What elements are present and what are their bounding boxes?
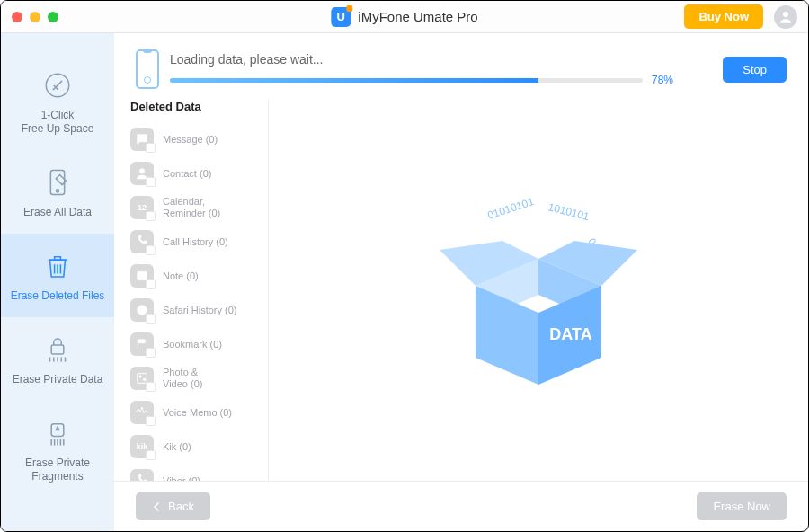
list-item-icon: 12: [130, 196, 154, 219]
trash-icon: [42, 250, 73, 282]
list-item-label: Calendar, Reminder (0): [163, 196, 220, 218]
list-item[interactable]: Voice Memo (0): [130, 395, 259, 430]
list-item[interactable]: Contact (0): [130, 156, 259, 191]
svg-point-23: [138, 306, 147, 315]
traffic-lights: [12, 12, 58, 22]
binary-text: 1010101: [547, 200, 591, 223]
list-item[interactable]: Message (0): [130, 122, 259, 156]
sidebar-item-label: Erase Private Data: [13, 373, 103, 386]
loading-panel: Loading data, please wait... 78% Stop: [114, 33, 808, 100]
svg-rect-9: [51, 345, 64, 354]
list-item-label: Message (0): [163, 134, 218, 146]
buy-now-button[interactable]: Buy Now: [684, 4, 763, 29]
back-arrow-icon: [152, 501, 163, 512]
svg-rect-22: [138, 271, 147, 279]
list-item-icon: [130, 367, 154, 390]
sidebar-item-erase-deleted[interactable]: Erase Deleted Files: [1, 234, 114, 317]
stop-button[interactable]: Stop: [723, 57, 787, 83]
phone-icon: [136, 49, 159, 89]
close-icon[interactable]: [12, 12, 22, 22]
sidebar-item-free-up[interactable]: 1-Click Free Up Space: [1, 53, 114, 150]
list-item-label: Note (0): [163, 270, 199, 282]
list-item-label: Bookmark (0): [163, 339, 222, 350]
list-item-icon: [130, 264, 154, 288]
list-item[interactable]: Photo & Video (0): [130, 361, 259, 395]
list-item[interactable]: Viber (0): [130, 464, 259, 481]
svg-point-24: [139, 376, 142, 378]
footer: Back Erase Now: [114, 481, 808, 531]
list-item-icon: kik: [130, 435, 154, 458]
list-item-icon: [130, 401, 154, 424]
sidebar-item-erase-all[interactable]: Erase All Data: [1, 150, 114, 234]
deleted-data-list: Deleted Data Message (0)Contact (0)12Cal…: [114, 100, 269, 481]
sidebar-item-label: Erase Deleted Files: [11, 289, 105, 303]
lock-shred-icon: [42, 333, 73, 366]
app-icon: U: [331, 7, 351, 27]
list-item-icon: [130, 298, 154, 322]
data-box-label: DATA: [549, 325, 591, 343]
fullscreen-icon[interactable]: [48, 12, 58, 22]
app-shred-icon: [42, 417, 73, 449]
titlebar: U iMyFone Umate Pro Buy Now: [1, 1, 808, 33]
list-item[interactable]: 12Calendar, Reminder (0): [130, 191, 259, 225]
sidebar-item-erase-private[interactable]: Erase Private Data: [1, 317, 114, 401]
erase-phone-icon: [44, 166, 71, 199]
minimize-icon[interactable]: [30, 12, 40, 22]
svg-point-0: [783, 12, 788, 17]
svg-rect-4: [50, 170, 64, 194]
list-header: Deleted Data: [114, 100, 268, 122]
svg-point-25: [143, 378, 146, 381]
back-button-label: Back: [168, 500, 194, 513]
svg-point-21: [139, 169, 144, 173]
sidebar-item-label: Erase Private Fragments: [25, 457, 90, 483]
app-title: iMyFone Umate Pro: [358, 9, 477, 24]
broom-icon: [42, 69, 73, 102]
loading-text: Loading data, please wait...: [170, 52, 712, 66]
erase-now-button[interactable]: Erase Now: [697, 492, 787, 520]
list-item[interactable]: Bookmark (0): [130, 327, 259, 361]
list-item-label: Voice Memo (0): [163, 407, 232, 419]
profile-icon[interactable]: [774, 5, 797, 29]
list-item[interactable]: Note (0): [130, 259, 259, 293]
list-item-label: Photo & Video (0): [163, 367, 202, 389]
list-item-label: Safari History (0): [163, 305, 237, 316]
list-item[interactable]: Safari History (0): [130, 293, 259, 327]
binary-text: 01010101: [486, 195, 536, 222]
svg-point-5: [56, 190, 58, 192]
list-item-icon: [130, 230, 154, 253]
sidebar: 1-Click Free Up Space Erase All Data Era…: [1, 33, 114, 531]
progress-bar: [170, 78, 643, 83]
back-button[interactable]: Back: [136, 492, 210, 520]
data-box-illustration: 01010101 1010101 01010 DATA: [269, 100, 808, 481]
sidebar-item-label: Erase All Data: [23, 206, 92, 219]
list-item-label: Kik (0): [163, 441, 191, 453]
list-item-label: Contact (0): [163, 168, 211, 180]
sidebar-item-label: 1-Click Free Up Space: [22, 109, 94, 136]
list-item[interactable]: Call History (0): [130, 225, 259, 259]
title-center: U iMyFone Umate Pro: [331, 7, 477, 27]
list-item-icon: [130, 332, 154, 356]
progress-percent: 78%: [652, 74, 673, 86]
sidebar-item-erase-fragments[interactable]: Erase Private Fragments: [1, 401, 114, 498]
svg-marker-32: [476, 286, 538, 385]
list-item-icon: [130, 162, 154, 185]
list-item-icon: [130, 128, 154, 151]
svg-rect-26: [138, 374, 147, 384]
list-item-label: Call History (0): [163, 236, 228, 248]
list-item-icon: [130, 469, 154, 481]
list-item[interactable]: kikKik (0): [130, 430, 259, 464]
